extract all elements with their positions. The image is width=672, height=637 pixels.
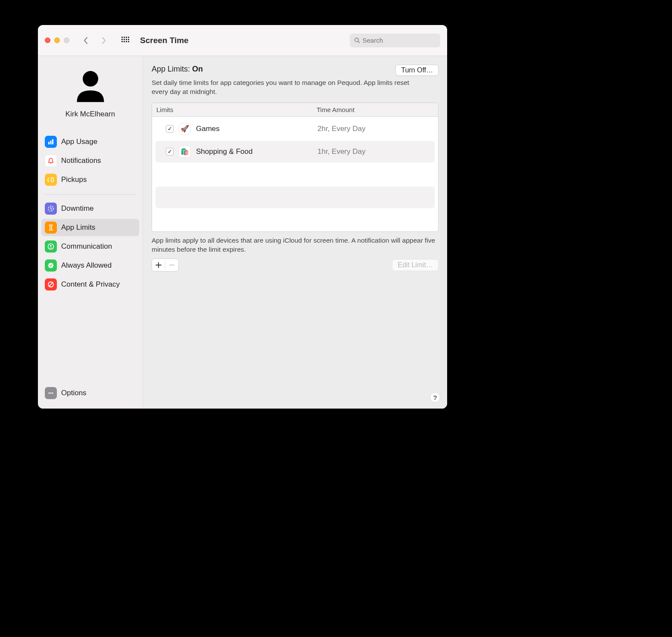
svg-rect-0 [121,37,123,38]
checkmark-seal-icon [45,259,57,272]
sidebar-item-label: Downtime [61,204,94,213]
svg-rect-16 [50,141,52,144]
remove-limit-button[interactable] [165,259,178,271]
back-button[interactable] [80,34,92,47]
minus-icon [169,262,175,268]
plus-icon [156,262,162,268]
search-input[interactable] [362,37,436,44]
bar-chart-icon [45,136,57,148]
user-name: Kirk McElhearn [41,110,139,119]
svg-rect-4 [121,39,123,40]
shopping-icon: 🛍️ [179,146,191,158]
svg-rect-10 [126,41,127,42]
minimize-window-button[interactable] [54,37,60,43]
pickup-icon [45,174,57,186]
toolbar: Screen Time [38,25,447,56]
time-amount: 1hr, Every Day [317,147,366,156]
category-name: Shopping & Food [196,147,312,156]
footer-note: App limits apply to all devices that are… [152,236,439,254]
sidebar-item-options[interactable]: Options [41,384,139,402]
no-sign-icon [45,278,57,290]
window-controls [45,37,69,43]
avatar-icon [71,66,110,105]
pane-subtitle: Set daily time limits for app categories… [152,78,419,97]
user-profile: Kirk McElhearn [41,66,139,130]
chevron-right-icon [101,37,106,44]
col-limits: Limits [156,106,317,113]
sidebar-item-label: Content & Privacy [61,280,120,289]
table-body[interactable]: ✓ 🚀 Games 2hr, Every Day ✓ 🛍️ Shopping &… [152,117,438,231]
person-circle-icon [45,240,57,253]
svg-rect-7 [128,39,129,40]
svg-point-18 [50,162,51,163]
svg-rect-19 [51,178,53,182]
sidebar-item-app-usage[interactable]: App Usage [41,133,139,150]
clock-icon [45,203,57,215]
system-preferences-window: Screen Time Kirk McElhearn App Usage [38,25,447,409]
svg-rect-1 [124,37,125,38]
svg-rect-6 [126,39,127,40]
add-limit-button[interactable] [152,259,165,271]
svg-point-14 [83,71,98,87]
window-title: Screen Time [140,36,189,45]
ellipsis-icon [45,387,57,399]
help-button[interactable]: ? [430,392,440,403]
col-time-amount: Time Amount [317,106,434,113]
sidebar-item-notifications[interactable]: Notifications [41,152,139,169]
sidebar-item-label: Communication [61,242,112,251]
sidebar-item-label: Options [61,389,87,397]
games-icon: 🚀 [179,123,191,135]
grid-icon [121,37,129,44]
svg-rect-9 [124,41,125,42]
category-name: Games [196,125,312,133]
svg-rect-8 [121,41,123,42]
row-checkbox[interactable]: ✓ [166,125,174,133]
row-checkbox[interactable]: ✓ [166,148,174,156]
svg-rect-15 [48,142,50,144]
sidebar-item-label: Pickups [61,175,87,184]
svg-rect-3 [128,37,129,38]
close-window-button[interactable] [45,37,50,43]
sidebar-item-communication[interactable]: Communication [41,238,139,255]
table-header: Limits Time Amount [152,103,438,117]
limits-table: Limits Time Amount ✓ 🚀 Games 2hr, Every … [152,103,439,232]
svg-point-27 [52,392,53,393]
bell-icon [45,155,57,167]
turn-off-button[interactable]: Turn Off… [395,65,439,76]
svg-rect-5 [124,39,125,40]
forward-button[interactable] [98,34,110,47]
hourglass-icon [45,222,57,234]
sidebar: Kirk McElhearn App Usage Notifications P… [38,56,143,409]
svg-rect-2 [126,37,127,38]
svg-line-24 [49,283,53,286]
content-pane: App Limits: On Turn Off… Set daily time … [143,56,447,409]
svg-point-26 [50,392,51,393]
sidebar-item-downtime[interactable]: Downtime [41,200,139,217]
search-icon [354,37,360,44]
sidebar-item-label: App Usage [61,137,97,146]
svg-line-13 [358,41,359,43]
sidebar-item-label: App Limits [61,223,95,232]
pane-title: App Limits: On [152,65,203,74]
table-row[interactable]: ✓ 🛍️ Shopping & Food 1hr, Every Day [156,141,435,162]
search-field[interactable] [350,34,440,47]
sidebar-item-content-privacy[interactable]: Content & Privacy [41,276,139,293]
svg-rect-11 [128,41,129,42]
svg-point-25 [48,392,50,393]
svg-rect-17 [52,139,53,144]
sidebar-item-label: Notifications [61,156,101,165]
sidebar-item-pickups[interactable]: Pickups [41,171,139,188]
chevron-left-icon [83,37,88,44]
window-body: Kirk McElhearn App Usage Notifications P… [38,56,447,409]
table-row[interactable]: ✓ 🚀 Games 2hr, Every Day [156,118,435,140]
sidebar-item-label: Always Allowed [61,261,112,270]
sidebar-item-app-limits[interactable]: App Limits [41,219,139,236]
sidebar-separator [45,194,136,195]
sidebar-item-always-allowed[interactable]: Always Allowed [41,257,139,274]
time-amount: 2hr, Every Day [317,125,366,133]
zoom-window-button[interactable] [64,37,69,43]
add-remove-control [152,259,179,272]
svg-point-22 [50,245,52,247]
show-all-button[interactable] [119,34,131,47]
edit-limit-button[interactable]: Edit Limit… [392,259,439,271]
